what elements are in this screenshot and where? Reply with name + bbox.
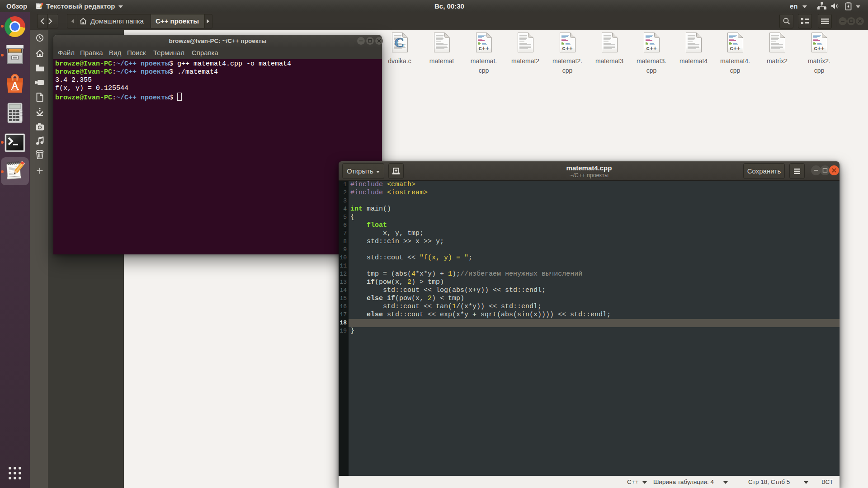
svg-text:c++: c++ (562, 45, 573, 52)
svg-text:c++: c++ (478, 45, 489, 52)
svg-text:c++: c++ (814, 45, 825, 52)
svg-text:c++: c++ (646, 45, 657, 52)
svg-text:C: C (394, 35, 404, 50)
svg-text:c++: c++ (730, 45, 741, 52)
